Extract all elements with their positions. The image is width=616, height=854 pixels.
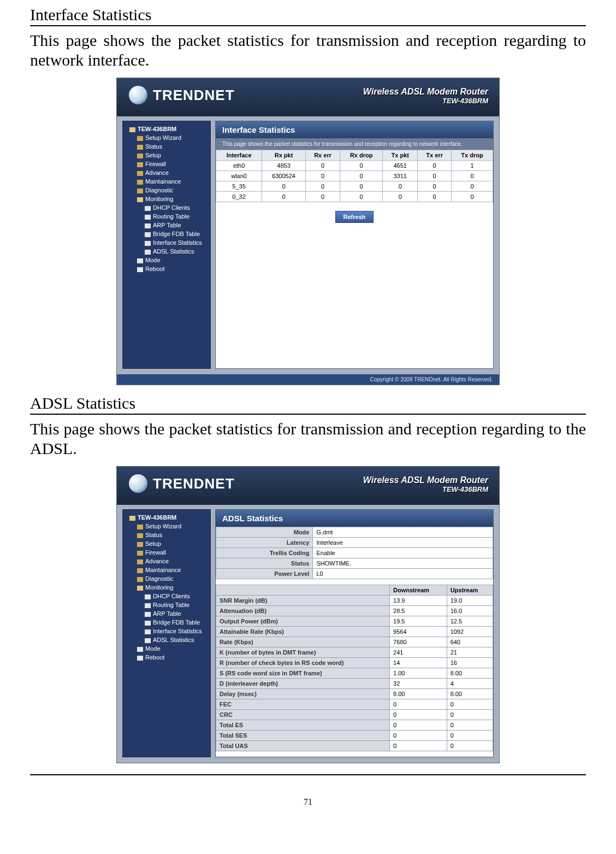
downstream-value: 32	[390, 679, 447, 689]
row-label: Total UAS	[216, 741, 390, 751]
table-cell: eth0	[216, 161, 262, 171]
table-header: Downstream	[390, 585, 447, 596]
file-icon	[145, 232, 151, 237]
copyright-footer: Copyright © 2009 TRENDnet. All Rights Re…	[117, 374, 499, 385]
product-name: Wireless ADSL Modem Router	[363, 475, 488, 485]
nav-subitem[interactable]: Interface Statistics	[126, 627, 210, 635]
table-row: 5_35000000	[216, 181, 493, 192]
table-row: Rate (Kbps)7680640	[216, 637, 493, 647]
panel-title: ADSL Statistics	[216, 510, 493, 527]
upstream-value: 0	[447, 699, 493, 710]
downstream-value: 9564	[390, 627, 447, 637]
downstream-value: 13.9	[390, 596, 447, 606]
sidebar-nav: TEW-436BRMSetup WizardStatusSetupFirewal…	[122, 121, 211, 369]
nav-item[interactable]: Setup Wizard	[126, 522, 210, 531]
table-row: Total ES00	[216, 720, 493, 731]
nav-item[interactable]: Monitoring	[126, 195, 210, 203]
upstream-value: 0	[447, 710, 493, 720]
nav-item[interactable]: Status	[126, 531, 210, 539]
folder-icon	[137, 145, 143, 150]
table-cell: 0	[451, 171, 493, 181]
product-model: TEW-436BRM	[363, 97, 488, 105]
nav-item[interactable]: Maintainance	[126, 177, 210, 186]
kv-row: Power LevelL0	[216, 569, 493, 579]
nav-subitem[interactable]: ADSL Statistics	[126, 247, 210, 256]
table-row: wlan0630052400331100	[216, 171, 493, 181]
product-model: TEW-436BRM	[363, 485, 488, 493]
panel-description: This page shows the packet statistics fo…	[216, 138, 493, 150]
downstream-value: 19.5	[390, 616, 447, 627]
interface-stats-table: InterfaceRx pktRx errRx dropTx pktTx err…	[216, 150, 493, 202]
downstream-value: 0	[390, 710, 447, 720]
file-icon	[145, 603, 151, 608]
table-row: Delay (msec)8.008.00	[216, 689, 493, 699]
kv-key: Status	[216, 558, 313, 569]
nav-item[interactable]: Diagnostic	[126, 186, 210, 195]
nav-subitem[interactable]: Bridge FDB Table	[126, 618, 210, 627]
table-header: Upstream	[447, 585, 493, 596]
nav-subitem[interactable]: DHCP Clients	[126, 592, 210, 600]
content-panel: ADSL Statistics ModeG.dmtLatencyInterlea…	[215, 509, 494, 757]
nav-item[interactable]: Diagnostic	[126, 574, 210, 583]
nav-subitem[interactable]: Routing Table	[126, 600, 210, 609]
table-row: S (RS code word size in DMT frame)1.008.…	[216, 668, 493, 679]
nav-subitem[interactable]: Routing Table	[126, 212, 210, 221]
folder-icon	[137, 525, 143, 529]
row-label: D (interleaver depth)	[216, 679, 390, 689]
nav-item[interactable]: Mode	[126, 644, 210, 653]
table-cell: 0	[418, 192, 452, 202]
file-icon	[137, 267, 143, 272]
nav-subitem[interactable]: ARP Table	[126, 221, 210, 229]
nav-item[interactable]: Setup	[126, 539, 210, 548]
nav-item[interactable]: Firewall	[126, 160, 210, 168]
table-row: Output Power (dBm)19.512.5	[216, 616, 493, 627]
nav-item[interactable]: Advance	[126, 557, 210, 566]
nav-item[interactable]: Status	[126, 142, 210, 151]
table-row: Total SES00	[216, 731, 493, 741]
folder-icon	[137, 197, 143, 202]
file-icon	[145, 223, 151, 228]
adsl-detail-table: DownstreamUpstream SNR Margin (dB)13.919…	[216, 585, 493, 751]
nav-root[interactable]: TEW-436BRM	[126, 513, 210, 522]
nav-item[interactable]: Monitoring	[126, 583, 210, 592]
page-number: 71	[30, 775, 586, 807]
nav-subitem[interactable]: Bridge FDB Table	[126, 229, 210, 238]
table-cell: 0	[305, 192, 340, 202]
nav-item[interactable]: Advance	[126, 168, 210, 177]
nav-item[interactable]: Setup Wizard	[126, 133, 210, 142]
row-label: K (number of bytes in DMT frame)	[216, 647, 390, 658]
upstream-value: 16	[447, 658, 493, 668]
nav-item[interactable]: Setup	[126, 151, 210, 160]
sidebar-nav: TEW-436BRMSetup WizardStatusSetupFirewal…	[122, 509, 211, 757]
nav-subitem[interactable]: ARP Table	[126, 609, 210, 618]
table-cell: 4853	[262, 161, 306, 171]
folder-icon	[137, 551, 143, 556]
downstream-value: 241	[390, 647, 447, 658]
table-row: Attainable Rate (Kbps)95641092	[216, 627, 493, 637]
upstream-value: 4	[447, 679, 493, 689]
kv-row: Trellis CodingEnable	[216, 548, 493, 558]
nav-item[interactable]: Mode	[126, 256, 210, 264]
kv-row: ModeG.dmt	[216, 527, 493, 538]
folder-icon	[137, 533, 143, 538]
table-cell: wlan0	[216, 171, 262, 181]
nav-subitem[interactable]: DHCP Clients	[126, 203, 210, 212]
table-header: Rx drop	[340, 150, 383, 161]
nav-root[interactable]: TEW-436BRM	[126, 125, 210, 133]
nav-item[interactable]: Firewall	[126, 548, 210, 557]
nav-subitem[interactable]: Interface Statistics	[126, 238, 210, 247]
nav-item[interactable]: Reboot	[126, 653, 210, 662]
logo-icon	[129, 474, 147, 493]
file-icon	[145, 612, 151, 617]
table-cell: 0	[305, 171, 340, 181]
table-cell: 0	[340, 171, 383, 181]
folder-icon	[137, 542, 143, 547]
nav-item[interactable]: Maintainance	[126, 566, 210, 574]
kv-value: SHOWTIME.	[313, 558, 493, 569]
nav-item[interactable]: Reboot	[126, 264, 210, 273]
kv-value: Interleave	[313, 538, 493, 548]
nav-subitem[interactable]: ADSL Statistics	[126, 635, 210, 644]
upstream-value: 640	[447, 637, 493, 647]
refresh-button[interactable]: Refresh	[335, 211, 374, 223]
table-cell: 0	[262, 192, 306, 202]
